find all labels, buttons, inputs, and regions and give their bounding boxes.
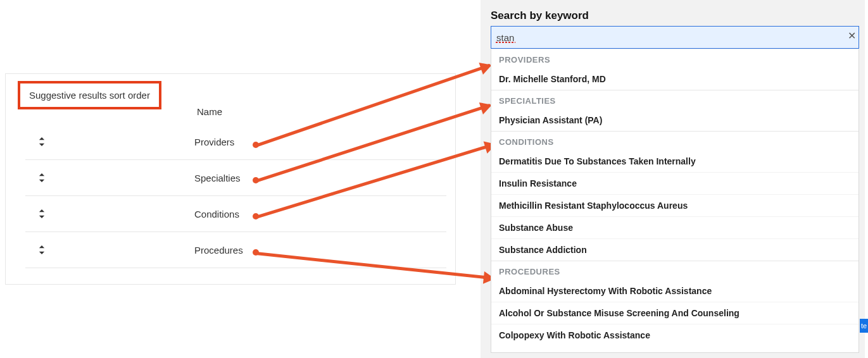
suggest-group-specialties: SPECIALTIES Physician Assistant (PA) [491,90,859,131]
suggest-group-procedures: PROCEDURES Abdominal Hysterectomy With R… [491,261,859,346]
suggest-item[interactable]: Dr. Michelle Stanford, MD [491,68,859,90]
page-root: Suggestive results sort order Name Provi… [0,0,868,358]
suggest-group-header: CONDITIONS [491,131,859,151]
search-title: Search by keyword [491,9,589,22]
suggest-item[interactable]: Substance Addiction [491,239,859,261]
drag-handle-icon[interactable] [35,171,49,185]
sort-order-title-box: Suggestive results sort order [18,81,161,109]
suggest-item[interactable]: Abdominal Hysterectomy With Robotic Assi… [491,280,859,302]
suggest-item[interactable]: Methicillin Resistant Staphylococcus Aur… [491,195,859,217]
suggest-group-providers: PROVIDERS Dr. Michelle Stanford, MD [491,49,859,90]
search-input-container[interactable] [491,26,859,49]
column-header-name: Name [197,106,222,117]
suggest-item[interactable]: Substance Abuse [491,217,859,239]
sort-row-providers[interactable]: Providers [25,124,446,160]
edge-partial-badge-text: te [861,322,867,330]
edge-partial-badge: te [860,319,868,333]
drag-handle-icon[interactable] [35,135,49,149]
sort-row-label: Specialties [194,173,241,183]
sort-row-label: Conditions [194,209,239,219]
sort-row-label: Procedures [194,245,243,256]
clear-search-icon[interactable]: ✕ [845,29,858,42]
suggest-item[interactable]: Alcohol Or Substance Misuse Screening An… [491,302,859,324]
suggest-item[interactable]: Insulin Resistance [491,173,859,195]
suggest-group-header: SPECIALTIES [491,90,859,109]
spellcheck-underline-icon [496,42,515,43]
sort-row-label: Providers [194,137,234,147]
suggest-group-conditions: CONDITIONS Dermatitis Due To Substances … [491,131,859,261]
drag-handle-icon[interactable] [35,243,49,257]
suggest-item[interactable]: Physician Assistant (PA) [491,109,859,131]
search-input[interactable] [496,32,837,43]
search-suggestions-dropdown: PROVIDERS Dr. Michelle Stanford, MD SPEC… [491,49,859,353]
sort-row-procedures[interactable]: Procedures [25,232,446,268]
suggest-group-header: PROVIDERS [491,49,859,68]
drag-handle-icon[interactable] [35,207,49,221]
sort-row-conditions[interactable]: Conditions [25,196,446,232]
suggest-group-header: PROCEDURES [491,261,859,280]
sort-order-title: Suggestive results sort order [29,90,150,101]
suggest-item[interactable]: Dermatitis Due To Substances Taken Inter… [491,151,859,173]
suggest-item[interactable]: Colpopexy With Robotic Assistance [491,324,859,346]
close-icon: ✕ [848,30,856,42]
